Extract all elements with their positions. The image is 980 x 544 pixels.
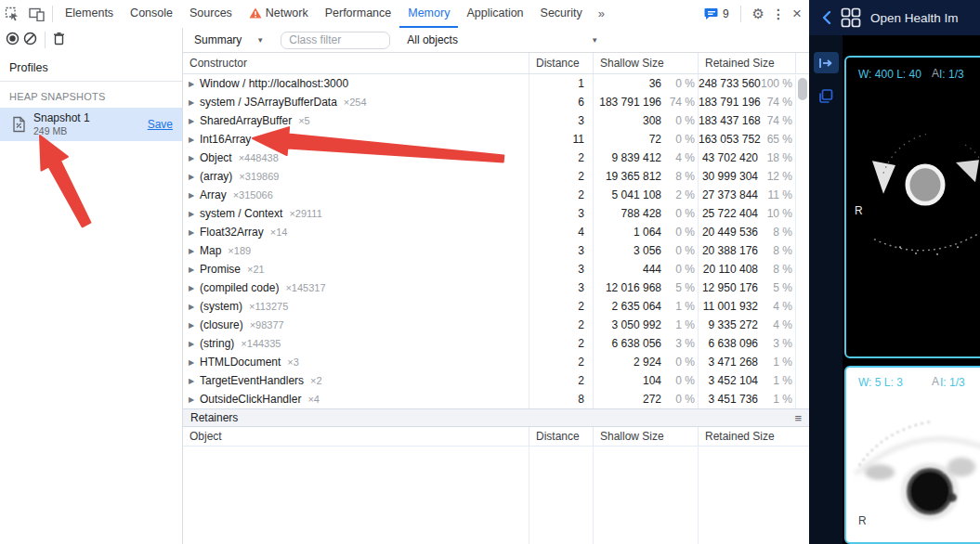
scrollbar-thumb[interactable] [798, 78, 807, 100]
issues-button[interactable]: 9 [704, 7, 729, 20]
table-row[interactable]: ▶ TargetEventHandlers ×2 2 104 0 % [183, 371, 809, 390]
table-row[interactable]: ▶ HTMLDocument ×3 2 2 924 0 % [183, 353, 809, 371]
back-chevron-icon[interactable] [822, 10, 831, 25]
constructor-name: (closure) [200, 318, 243, 331]
column-header-distance[interactable]: Distance [529, 53, 593, 73]
clear-profiles-button[interactable] [23, 32, 37, 48]
table-row[interactable]: ▶ OutsideClickHandler ×4 8 272 0 % [183, 390, 809, 408]
expand-triangle-icon[interactable]: ▶ [189, 340, 200, 348]
expand-triangle-icon[interactable]: ▶ [189, 210, 200, 218]
shallow-value: 104 [594, 374, 661, 387]
tab[interactable]: Memory [399, 0, 458, 28]
retainers-menu-icon[interactable]: ≡ [794, 411, 802, 425]
more-tabs-button[interactable]: » [591, 0, 613, 28]
table-row[interactable]: ▶ (string) ×144335 2 6 638 056 3 % [183, 334, 809, 353]
viewport-pet[interactable]: W: 5 L: 3 A I: 1/3 R [844, 366, 980, 544]
expand-triangle-icon[interactable]: ▶ [189, 80, 200, 88]
inspect-element-button[interactable] [0, 1, 24, 27]
tab[interactable]: Sources [181, 0, 241, 28]
delete-snapshot-button[interactable] [53, 32, 65, 48]
expand-triangle-icon[interactable]: ▶ [189, 136, 200, 144]
vertical-scrollbar[interactable] [795, 75, 809, 408]
expand-triangle-icon[interactable]: ▶ [189, 228, 200, 237]
tab-label: Application [466, 6, 523, 19]
distance-cell: 2 [529, 149, 593, 167]
panel-toggle-button[interactable] [814, 52, 839, 73]
class-filter-input[interactable] [281, 32, 390, 49]
column-header-distance[interactable]: Distance [529, 427, 593, 446]
table-row[interactable]: ▶ SharedArrayBuffer ×5 3 308 0 % [183, 111, 809, 130]
expand-triangle-icon[interactable]: ▶ [189, 117, 200, 125]
snapshot-item[interactable]: Snapshot 1 249 MB Save [0, 108, 182, 141]
column-header-constructor[interactable]: Constructor [183, 53, 529, 73]
distance-cell: 2 [529, 353, 593, 371]
screen: Elements Console Sources [0, 0, 980, 544]
tab[interactable]: Security [532, 0, 591, 28]
table-row[interactable]: ▶ Float32Array ×14 4 1 064 0 % [183, 223, 809, 241]
table-row[interactable]: ▶ (array) ×319869 2 19 365 812 8 % [183, 167, 809, 186]
table-row[interactable]: ▶ (compiled code) ×145317 3 12 016 968 5… [183, 278, 809, 297]
viewport-ct[interactable]: W: 400 L: 40 A I: 1/3 R [844, 56, 980, 358]
retained-size-cell: 9 335 272 4 % [698, 316, 795, 334]
table-row[interactable]: ▶ (system) ×113275 2 2 635 064 1 % [183, 297, 809, 316]
kebab-menu-icon[interactable]: ⋮ [772, 6, 785, 21]
expand-triangle-icon[interactable]: ▶ [189, 358, 200, 367]
column-header-shallow-size[interactable]: Shallow Size [593, 427, 698, 446]
app-grid-icon[interactable] [841, 7, 861, 28]
expand-triangle-icon[interactable]: ▶ [189, 191, 200, 200]
retained-size-cell: 3 451 736 1 % [698, 390, 795, 408]
distance-cell: 2 [529, 371, 593, 390]
shallow-percent: 0 % [661, 356, 695, 369]
instance-count: ×2 [310, 375, 322, 386]
shallow-size-cell: 6 638 056 3 % [593, 334, 698, 353]
expand-triangle-icon[interactable]: ▶ [189, 284, 200, 292]
layers-button[interactable] [814, 85, 839, 107]
column-header-retained-size[interactable]: Retained Size [698, 53, 795, 73]
column-header-object[interactable]: Object [183, 427, 529, 446]
table-row[interactable]: ▶ Window / http://localhost:3000 1 36 0 … [183, 74, 809, 93]
expand-triangle-icon[interactable]: ▶ [189, 377, 200, 385]
objects-filter-select[interactable]: All objects ▼ [403, 33, 602, 46]
expand-triangle-icon[interactable]: ▶ [189, 266, 200, 274]
instance-count: ×4 [307, 394, 320, 405]
expand-triangle-icon[interactable]: ▶ [189, 303, 200, 311]
column-header-retained-size[interactable]: Retained Size [698, 427, 795, 446]
shallow-value: 36 [594, 77, 661, 90]
table-row[interactable]: ▶ Promise ×21 3 444 0 % 20 [183, 260, 809, 278]
tab[interactable]: Console [122, 0, 181, 28]
tab[interactable]: Network [241, 0, 317, 28]
column-header-shallow-size[interactable]: Shallow Size [593, 53, 698, 73]
orientation-top-label: A [932, 375, 939, 388]
retained-size-cell: 27 373 844 11 % [698, 186, 795, 204]
expand-triangle-icon[interactable]: ▶ [189, 154, 200, 162]
instance-count: ×448438 [239, 152, 279, 163]
constructor-name: HTMLDocument [200, 356, 281, 369]
retained-size-cell: 183 437 168 74 % [698, 111, 795, 130]
device-toolbar-button[interactable] [24, 1, 48, 27]
table-row[interactable]: ▶ (closure) ×98377 2 3 050 992 1 % [183, 316, 809, 334]
retained-value: 30 999 304 [699, 170, 758, 183]
record-heap-button[interactable] [6, 32, 20, 48]
table-row[interactable]: ▶ Map ×189 3 3 056 0 % 20 [183, 241, 809, 260]
memory-panel-content: Profiles HEAP SNAPSHOTS Snapshot 1 249 M… [0, 52, 809, 544]
settings-gear-icon[interactable]: ⚙ [752, 6, 764, 22]
table-row[interactable]: ▶ Object ×448438 2 9 839 412 4 % [183, 149, 809, 167]
tab[interactable]: Performance [317, 0, 400, 28]
expand-triangle-icon[interactable]: ▶ [189, 395, 200, 404]
constructor-cell: ▶ (system) ×113275 [183, 300, 529, 313]
perspective-select[interactable]: Summary ▼ [190, 33, 268, 46]
table-row[interactable]: ▶ system / Context ×29111 3 788 428 0 % [183, 204, 809, 223]
expand-triangle-icon[interactable]: ▶ [189, 98, 200, 107]
expand-triangle-icon[interactable]: ▶ [189, 173, 200, 181]
tab[interactable]: Elements [57, 0, 122, 28]
retained-value: 248 733 560 [699, 77, 761, 90]
expand-triangle-icon[interactable]: ▶ [189, 247, 200, 255]
tab[interactable]: Application [458, 0, 531, 28]
expand-triangle-icon[interactable]: ▶ [189, 321, 200, 330]
tab-label: Security [541, 6, 582, 19]
save-link[interactable]: Save [148, 118, 173, 131]
table-row[interactable]: ▶ Int16Array 11 72 0 % 16 [183, 130, 809, 149]
table-row[interactable]: ▶ Array ×315066 2 5 041 108 2 % [183, 186, 809, 204]
table-row[interactable]: ▶ system / JSArrayBufferData ×254 6 183 … [183, 93, 809, 111]
close-icon[interactable]: × [792, 5, 802, 23]
